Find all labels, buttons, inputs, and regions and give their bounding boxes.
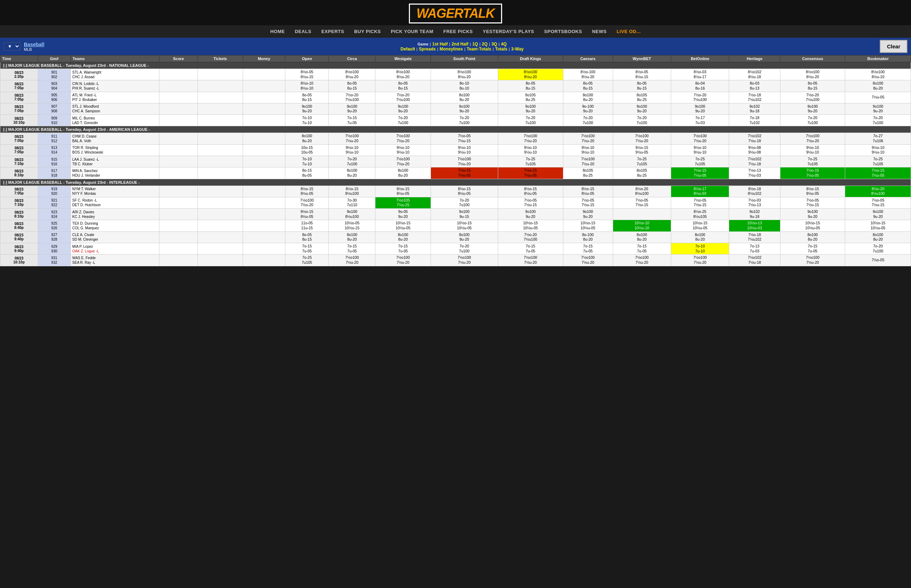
table-row: 08/23 2:20p901902STL A. WainwrightCHC J.… (0, 69, 911, 80)
odds-cell: 7½o-157½u-05 (498, 168, 563, 179)
col-circa: Circa (329, 55, 375, 62)
tickets-cell (198, 92, 243, 103)
nav-buy-picks[interactable]: BUY PICKS (349, 27, 386, 36)
odds-cell: 7½o1007½u-20 (780, 255, 845, 266)
odds-cell: 10½o-1510½u-05 (563, 220, 613, 231)
odds-cell: 8o1008u-20 (780, 231, 845, 243)
odds-cell: 7o-187u102 (729, 115, 780, 126)
odds-cell: 9½o-109½u-10 (498, 144, 563, 156)
table-row: 08/23 7:05p913914TOR R. StriplingBOS J. … (0, 144, 911, 156)
odds-cell: 8o1058u-25 (563, 168, 613, 179)
odds-cell: 8½o-158½u-05 (285, 186, 329, 197)
odds-cell: 8½o-108½u-10 (285, 80, 329, 92)
nav-free-picks[interactable]: FREE PICKS (438, 27, 478, 36)
nav-yesterdays-plays[interactable]: YESTERDAY'S PLAYS (478, 27, 539, 36)
odds-cell: 7½o1007½u-20 (563, 255, 613, 266)
teams-cell: MIL C. BurnesLAD T. Gonsolin (71, 115, 159, 126)
money-cell (243, 243, 285, 254)
table-row: 08/23 9:40p927928CLE A. CivaleSD M. Clev… (0, 231, 911, 243)
odds-cell: 8o-058u-15 (285, 231, 329, 243)
score-cell (159, 103, 198, 115)
nav-sportsbooks[interactable]: SPORTSBOOKS (539, 27, 587, 36)
odds-cell: 9o-059u-20 (375, 209, 431, 220)
odds-cell: 7½o1027½u-18 (729, 133, 780, 144)
odds-cell: 7o-107u-10 (671, 243, 729, 254)
col-teams: Teams (71, 55, 159, 62)
odds-cell: 7½o1007½u-20 (780, 133, 845, 144)
teams-cell: SF C. Rodon -LDET D. Hutchison (71, 197, 159, 208)
odds-cell: 8o1058u-25 (613, 168, 671, 179)
col-westgate: Westgate (375, 55, 431, 62)
money-cell (243, 220, 285, 231)
odds-cell: 7½o1007½u-20 (431, 255, 498, 266)
odds-cell: 8o1008u-20 (285, 133, 329, 144)
odds-cell: 9o1009u-20 (845, 103, 911, 115)
clear-button[interactable]: Clear (880, 40, 908, 53)
odds-cell: 8o1008u-20 (375, 231, 431, 243)
odds-cell: 7½o1007½u-20 (563, 133, 613, 144)
site-logo[interactable]: WAGERTALK (409, 3, 502, 23)
odds-cell: 7½o-057½u-15 (845, 197, 911, 208)
odds-cell: 8½o-158½u100 (329, 186, 375, 197)
filter-3q[interactable]: 3Q (491, 42, 497, 47)
money-cell (243, 80, 285, 92)
odds-cell: 7½o-057½u-15 (498, 197, 563, 208)
game-number-cell: 929930 (38, 243, 70, 254)
nav-pick-your-team[interactable]: PICK YOUR TEAM (386, 27, 438, 36)
odds-cell: 7o-207u100 (563, 115, 613, 126)
odds-cell: 8o1008u-20 (563, 92, 613, 103)
odds-table: Time Gm# Teams Score Tickets Money Open … (0, 55, 911, 266)
odds-cell: 9o1009u-20 (671, 103, 729, 115)
section-header: [-] MAJOR LEAGUE BASEBALL - Tuesday, Aug… (0, 179, 911, 186)
odds-cell: 8½o-208½u100 (845, 186, 911, 197)
nav-home[interactable]: HOME (265, 27, 290, 36)
odds-cell: 10½o-1010½u-10 (613, 220, 671, 231)
odds-cell: 8½o1008½u-20 (498, 69, 563, 80)
odds-cell: 7o-257u105 (671, 156, 729, 167)
filter-2q[interactable]: 2Q (482, 42, 488, 47)
tickets-cell (198, 133, 243, 144)
nav-news[interactable]: NEWS (587, 27, 612, 36)
odds-cell: 7o-157u-05 (329, 115, 375, 126)
filter-2nd-half[interactable]: 2nd Half (452, 42, 468, 47)
odds-cell: 7½o-187½u102 (729, 92, 780, 103)
money-cell (243, 156, 285, 167)
odds-cell: 9½o-109½u-10 (563, 144, 613, 156)
filter-1q[interactable]: 1Q (472, 42, 478, 47)
sport-dropdown[interactable]: ▼ (3, 42, 20, 50)
odds-cell: 9o1009u-20 (613, 103, 671, 115)
filter-4q[interactable]: 4Q (501, 42, 507, 47)
odds-cell: 11o-0511u-15 (285, 220, 329, 231)
odds-cell: 7½o-157½u-05 (671, 168, 729, 179)
game-number-cell: 911912 (38, 133, 70, 144)
odds-cell: 9o1029u-18 (729, 209, 780, 220)
odds-cell: 8o-038u-13 (729, 80, 780, 92)
col-money: Money (243, 55, 285, 62)
odds-cell: 8½o-158½u-05 (431, 186, 498, 197)
col-southpoint: South Point (431, 55, 498, 62)
nav-live-odds[interactable]: LIVE OD... (612, 27, 646, 36)
odds-cell: 9½o-109½u-10 (375, 144, 431, 156)
odds-cell: 7o-257u105 (780, 156, 845, 167)
filter-team-totals[interactable]: Team-Totals (467, 47, 491, 52)
money-cell (243, 92, 285, 103)
filter-totals[interactable]: Totals (495, 47, 507, 52)
odds-cell: 7½o-157½u-05 (845, 168, 911, 179)
odds-cell: 7½o1007½u-20 (329, 133, 375, 144)
odds-cell: 7o-257u105 (845, 156, 911, 167)
teams-cell: LAA J. Suarez -LTB C. Kluber (71, 156, 159, 167)
score-cell (159, 156, 198, 167)
filter-1st-half[interactable]: 1st Half (432, 42, 448, 47)
score-cell (159, 209, 198, 220)
nav-experts[interactable]: EXPERTS (316, 27, 349, 36)
money-cell (243, 69, 285, 80)
time-cell: 08/23 2:20p (0, 69, 38, 80)
odds-cell: 7o-177u-03 (671, 115, 729, 126)
filter-default[interactable]: Default (401, 47, 415, 52)
filter-3way[interactable]: 3-Way (511, 47, 524, 52)
filter-spreads[interactable]: Spreads (419, 47, 436, 52)
filter-moneylines[interactable]: Moneylines (439, 47, 463, 52)
game-number-cell: 919920 (38, 186, 70, 197)
nav-deals[interactable]: DEALS (290, 27, 316, 36)
odds-cell: 7½o1007½u-20 (563, 156, 613, 167)
